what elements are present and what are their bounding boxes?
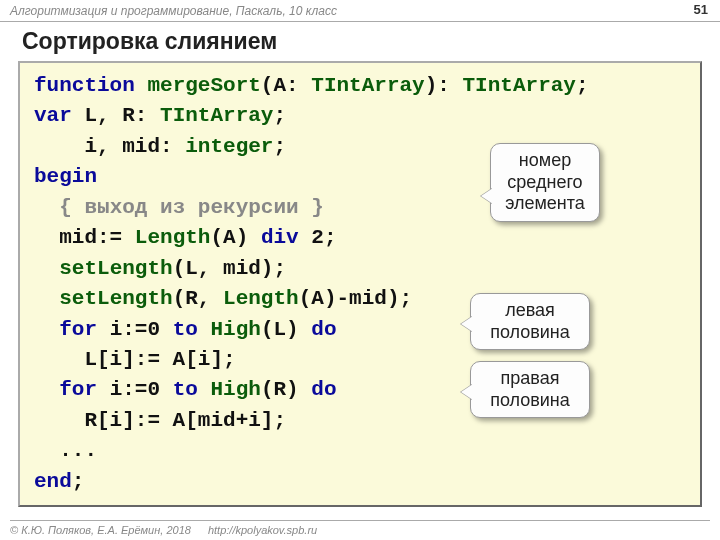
callout-middle-index: номер среднего элемента bbox=[490, 143, 600, 222]
code-line: mid:= Length(A) div 2; bbox=[34, 223, 686, 253]
code-line: function mergeSort(A: TIntArray): TIntAr… bbox=[34, 71, 686, 101]
footer: © К.Ю. Поляков, Е.А. Ерёмин, 2018 http:/… bbox=[10, 520, 710, 536]
code-line: ... bbox=[34, 436, 686, 466]
callout-tail-icon bbox=[481, 188, 493, 204]
copyright: © К.Ю. Поляков, Е.А. Ерёмин, 2018 bbox=[10, 524, 191, 536]
callout-tail-icon bbox=[461, 316, 473, 332]
callout-tail-icon bbox=[461, 384, 473, 400]
code-line: setLength(L, mid); bbox=[34, 254, 686, 284]
footer-url: http://kpolyakov.spb.ru bbox=[208, 524, 317, 536]
callout-right-half: правая половина bbox=[470, 361, 590, 418]
callout-text: правая половина bbox=[490, 368, 570, 410]
code-box: function mergeSort(A: TIntArray): TIntAr… bbox=[18, 61, 702, 507]
header-bar: Алгоритмизация и программирование, Паска… bbox=[0, 0, 720, 22]
course-label: Алгоритмизация и программирование, Паска… bbox=[10, 4, 337, 18]
callout-text: левая половина bbox=[490, 300, 570, 342]
code-line: end; bbox=[34, 467, 686, 497]
page-number: 51 bbox=[694, 2, 708, 17]
callout-text: номер среднего элемента bbox=[505, 150, 585, 213]
code-line: var L, R: TIntArray; bbox=[34, 101, 686, 131]
callout-left-half: левая половина bbox=[470, 293, 590, 350]
page-title: Сортировка слиянием bbox=[0, 22, 720, 59]
